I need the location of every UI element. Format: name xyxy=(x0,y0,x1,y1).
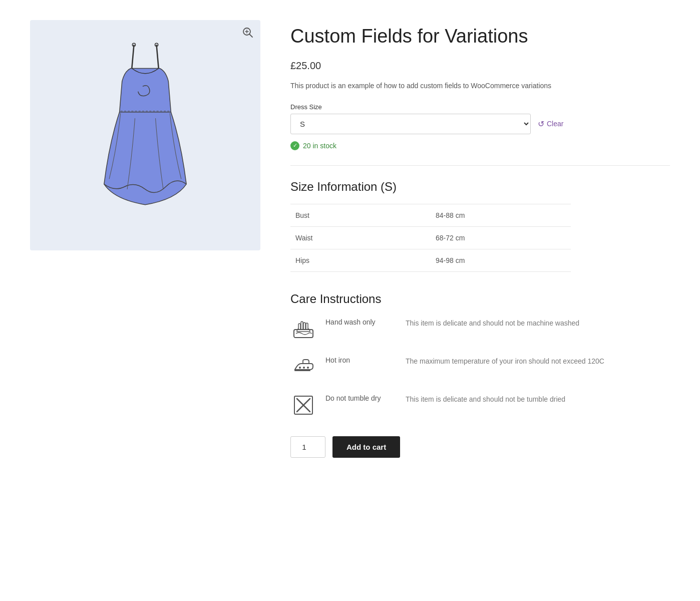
care-heading: Care Instructions xyxy=(290,292,670,306)
variation-row: S M L XL ↺ Clear xyxy=(290,114,670,134)
variation-label: Dress Size xyxy=(290,103,670,111)
care-row: Hot iron The maximum temperature of your… xyxy=(290,354,670,380)
clear-icon: ↺ xyxy=(538,119,544,129)
size-select[interactable]: S M L XL xyxy=(290,114,531,134)
add-to-cart-row: Add to cart xyxy=(290,436,670,458)
svg-line-1 xyxy=(250,35,253,38)
size-row-label: Hips xyxy=(290,249,431,271)
size-row-value: 94-98 cm xyxy=(431,249,571,271)
svg-point-17 xyxy=(307,367,309,369)
stock-info: ✓ 20 in stock xyxy=(290,141,670,150)
svg-line-4 xyxy=(132,45,134,68)
product-title: Custom Fields for Variations xyxy=(290,25,670,48)
product-description: This product is an example of how to add… xyxy=(290,81,670,91)
zoom-icon[interactable] xyxy=(242,27,253,41)
product-price: £25.00 xyxy=(290,60,670,72)
svg-rect-12 xyxy=(306,323,308,330)
svg-point-15 xyxy=(299,367,301,369)
care-row: Do not tumble dry This item is delicate … xyxy=(290,392,670,418)
product-image-container xyxy=(30,20,260,250)
care-icon-hand-wash xyxy=(290,316,316,342)
care-text-group: Hot iron The maximum temperature of your… xyxy=(325,354,670,367)
product-details-section: Custom Fields for Variations £25.00 This… xyxy=(290,20,670,458)
divider xyxy=(290,165,670,166)
size-row-value: 84-88 cm xyxy=(431,204,571,226)
svg-rect-10 xyxy=(301,322,303,330)
stock-label: 20 in stock xyxy=(303,142,336,150)
care-label: Hand wash only xyxy=(325,316,386,329)
product-image-section xyxy=(30,20,260,458)
size-row-value: 68-72 cm xyxy=(431,226,571,249)
care-icon-no-tumble xyxy=(290,392,316,418)
size-row-label: Waist xyxy=(290,226,431,249)
size-table: Bust 84-88 cm Waist 68-72 cm Hips 94-98 … xyxy=(290,204,571,272)
care-section: Care Instructions Hand wash only This it… xyxy=(290,292,670,418)
add-to-cart-button[interactable]: Add to cart xyxy=(332,436,400,458)
svg-point-16 xyxy=(303,367,305,369)
size-table-row: Hips 94-98 cm xyxy=(290,249,571,271)
size-info-heading: Size Information (S) xyxy=(290,180,670,194)
care-label: Hot iron xyxy=(325,354,386,367)
care-label: Do not tumble dry xyxy=(325,392,386,405)
clear-button[interactable]: ↺ Clear xyxy=(538,119,563,129)
dress-illustration xyxy=(90,40,200,230)
svg-rect-13 xyxy=(298,324,300,330)
size-table-row: Bust 84-88 cm xyxy=(290,204,571,226)
size-table-row: Waist 68-72 cm xyxy=(290,226,571,249)
svg-rect-11 xyxy=(303,323,305,330)
clear-label: Clear xyxy=(547,120,563,128)
care-text-group: Hand wash only This item is delicate and… xyxy=(325,316,670,329)
care-description: This item is delicate and should not be … xyxy=(406,316,670,329)
care-icon-iron xyxy=(290,354,316,380)
size-row-label: Bust xyxy=(290,204,431,226)
quantity-input[interactable] xyxy=(290,436,325,458)
care-description: This item is delicate and should not be … xyxy=(406,392,670,405)
care-text-group: Do not tumble dry This item is delicate … xyxy=(325,392,670,405)
svg-line-5 xyxy=(157,45,159,68)
care-row: Hand wash only This item is delicate and… xyxy=(290,316,670,342)
care-description: The maximum temperature of your iron sho… xyxy=(406,354,670,367)
stock-icon: ✓ xyxy=(290,141,299,150)
page-wrapper: Custom Fields for Variations £25.00 This… xyxy=(0,0,700,478)
